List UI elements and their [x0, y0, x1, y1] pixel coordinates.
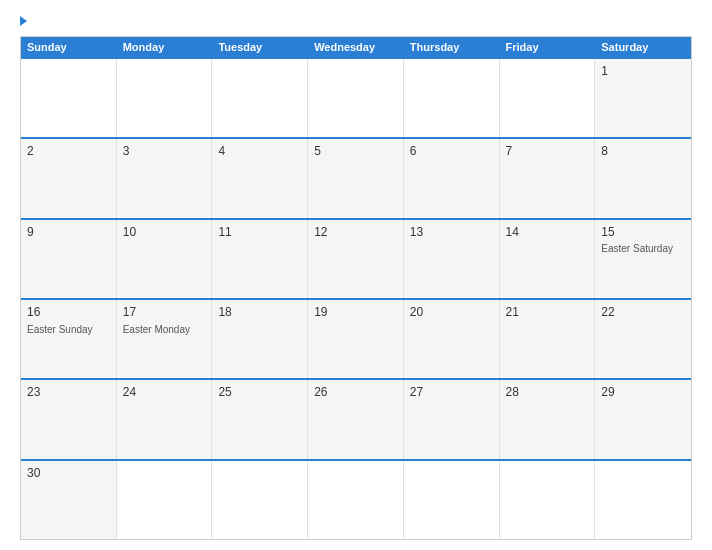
- calendar-cell: [21, 59, 117, 137]
- calendar-cell: 26: [308, 380, 404, 458]
- calendar-cell: [212, 59, 308, 137]
- day-number: 25: [218, 384, 301, 401]
- calendar-cell: 10: [117, 220, 213, 298]
- calendar-cell: [212, 461, 308, 539]
- calendar-cell: 17Easter Monday: [117, 300, 213, 378]
- day-number: 22: [601, 304, 685, 321]
- calendar-body: 123456789101112131415Easter Saturday16Ea…: [21, 57, 691, 539]
- weekday-header-wednesday: Wednesday: [308, 37, 404, 57]
- day-event: Easter Monday: [123, 323, 206, 336]
- logo-triangle-icon: [20, 16, 27, 26]
- day-number: 16: [27, 304, 110, 321]
- day-number: 27: [410, 384, 493, 401]
- weekday-header-thursday: Thursday: [404, 37, 500, 57]
- calendar-cell: [404, 461, 500, 539]
- calendar-cell: 2: [21, 139, 117, 217]
- weekday-header-friday: Friday: [500, 37, 596, 57]
- weekday-header-tuesday: Tuesday: [212, 37, 308, 57]
- calendar-grid: SundayMondayTuesdayWednesdayThursdayFrid…: [20, 36, 692, 540]
- calendar-page: SundayMondayTuesdayWednesdayThursdayFrid…: [0, 0, 712, 550]
- calendar-row: 1: [21, 57, 691, 137]
- calendar-cell: 24: [117, 380, 213, 458]
- day-number: 23: [27, 384, 110, 401]
- weekday-header-sunday: Sunday: [21, 37, 117, 57]
- day-number: 2: [27, 143, 110, 160]
- calendar-cell: 30: [21, 461, 117, 539]
- calendar-cell: 7: [500, 139, 596, 217]
- day-number: 14: [506, 224, 589, 241]
- day-number: 4: [218, 143, 301, 160]
- day-number: 5: [314, 143, 397, 160]
- calendar-row: 23242526272829: [21, 378, 691, 458]
- calendar-cell: 9: [21, 220, 117, 298]
- day-number: 11: [218, 224, 301, 241]
- calendar-cell: 22: [595, 300, 691, 378]
- calendar-cell: 14: [500, 220, 596, 298]
- calendar-cell: [117, 59, 213, 137]
- calendar-cell: [500, 461, 596, 539]
- day-number: 8: [601, 143, 685, 160]
- day-number: 19: [314, 304, 397, 321]
- calendar-cell: 6: [404, 139, 500, 217]
- logo-blue-text: [20, 16, 29, 26]
- calendar-row: 2345678: [21, 137, 691, 217]
- calendar-cell: 1: [595, 59, 691, 137]
- logo: [20, 16, 29, 26]
- day-number: 21: [506, 304, 589, 321]
- calendar-cell: 5: [308, 139, 404, 217]
- calendar-row: 9101112131415Easter Saturday: [21, 218, 691, 298]
- day-number: 12: [314, 224, 397, 241]
- calendar-cell: [308, 59, 404, 137]
- day-number: 30: [27, 465, 110, 482]
- day-event: Easter Saturday: [601, 242, 685, 255]
- calendar-cell: 29: [595, 380, 691, 458]
- day-number: 13: [410, 224, 493, 241]
- calendar-cell: [117, 461, 213, 539]
- calendar-cell: 23: [21, 380, 117, 458]
- calendar-cell: [404, 59, 500, 137]
- day-number: 7: [506, 143, 589, 160]
- calendar-cell: 18: [212, 300, 308, 378]
- calendar-row: 30: [21, 459, 691, 539]
- day-number: 3: [123, 143, 206, 160]
- day-number: 18: [218, 304, 301, 321]
- calendar-cell: 27: [404, 380, 500, 458]
- calendar-cell: 15Easter Saturday: [595, 220, 691, 298]
- calendar-cell: 16Easter Sunday: [21, 300, 117, 378]
- weekday-header-saturday: Saturday: [595, 37, 691, 57]
- weekday-header-monday: Monday: [117, 37, 213, 57]
- calendar-cell: 20: [404, 300, 500, 378]
- calendar-cell: 8: [595, 139, 691, 217]
- day-number: 9: [27, 224, 110, 241]
- calendar-cell: 12: [308, 220, 404, 298]
- calendar-header-row: SundayMondayTuesdayWednesdayThursdayFrid…: [21, 37, 691, 57]
- day-number: 6: [410, 143, 493, 160]
- day-number: 28: [506, 384, 589, 401]
- day-number: 24: [123, 384, 206, 401]
- day-number: 17: [123, 304, 206, 321]
- calendar-row: 16Easter Sunday17Easter Monday1819202122: [21, 298, 691, 378]
- day-number: 1: [601, 63, 685, 80]
- calendar-cell: 4: [212, 139, 308, 217]
- day-number: 15: [601, 224, 685, 241]
- calendar-cell: 19: [308, 300, 404, 378]
- calendar-cell: [595, 461, 691, 539]
- day-event: Easter Sunday: [27, 323, 110, 336]
- day-number: 29: [601, 384, 685, 401]
- calendar-cell: 21: [500, 300, 596, 378]
- calendar-cell: [500, 59, 596, 137]
- day-number: 26: [314, 384, 397, 401]
- day-number: 20: [410, 304, 493, 321]
- calendar-cell: [308, 461, 404, 539]
- calendar-cell: 3: [117, 139, 213, 217]
- calendar-cell: 11: [212, 220, 308, 298]
- day-number: 10: [123, 224, 206, 241]
- calendar-cell: 25: [212, 380, 308, 458]
- page-header: [20, 16, 692, 26]
- calendar-cell: 13: [404, 220, 500, 298]
- calendar-cell: 28: [500, 380, 596, 458]
